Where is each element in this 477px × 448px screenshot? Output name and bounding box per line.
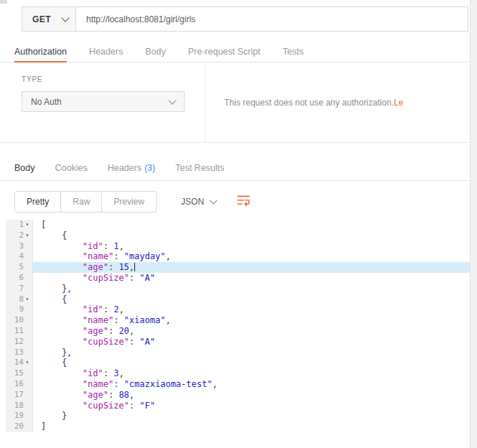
code-text: },	[33, 347, 470, 358]
code-line[interactable]: 9 "id": 2,	[6, 304, 470, 315]
code-text: ]	[33, 421, 470, 432]
code-text: "name": "cmazxiaoma-test",	[33, 379, 470, 390]
response-tabs: BodyCookiesHeaders(3)Test Results	[0, 156, 470, 181]
vertical-scrollbar[interactable]	[470, 0, 477, 448]
code-line[interactable]: 13 },	[6, 347, 470, 358]
code-line[interactable]: 7 },	[6, 284, 470, 294]
code-line[interactable]: 11 "age": 20,	[6, 326, 470, 337]
view-mode-preview[interactable]: Preview	[101, 192, 156, 212]
code-line[interactable]: 4 "name": "mayday",	[6, 251, 470, 262]
code-line[interactable]: 16 "name": "cmazxiaoma-test",	[6, 379, 470, 390]
fold-toggle-icon[interactable]: ▾	[24, 230, 31, 241]
line-number: 13	[14, 347, 24, 358]
postman-window: GET http://localhost:8081/girl/girls Aut…	[0, 0, 477, 448]
corner-notch	[0, 0, 7, 4]
request-tab-headers[interactable]: Headers	[89, 41, 123, 62]
authorization-panel: TYPE No Auth This request does not use a…	[0, 62, 470, 143]
line-number: 20	[14, 421, 24, 432]
response-tab-test-results[interactable]: Test Results	[175, 163, 224, 173]
line-number: 17	[14, 390, 24, 401]
line-gutter: 19	[6, 411, 33, 421]
response-tab-label: Headers	[108, 163, 142, 173]
url-input[interactable]: http://localhost:8081/girl/girls	[75, 6, 468, 32]
request-tab-authorization[interactable]: Authorization	[14, 41, 67, 62]
fold-toggle-icon[interactable]: ▾	[24, 220, 31, 230]
auth-message: This request does not use any authorizat…	[224, 98, 394, 108]
line-gutter: 5	[6, 262, 33, 273]
view-mode-pretty[interactable]: Pretty	[15, 192, 60, 212]
code-text: "id": 1,	[33, 241, 470, 252]
line-number: 11	[14, 326, 24, 337]
request-tab-pre-request-script[interactable]: Pre-request Script	[188, 41, 261, 62]
text-cursor	[134, 263, 135, 271]
line-number: 10	[14, 315, 24, 326]
code-line[interactable]: 19 }	[6, 411, 470, 421]
fold-toggle-icon[interactable]: ▾	[24, 294, 31, 305]
auth-type-label: TYPE	[22, 75, 205, 83]
code-line[interactable]: 18 "cupSize": "F"	[6, 401, 470, 411]
code-line[interactable]: 20]	[6, 421, 470, 432]
request-tabs: AuthorizationHeadersBodyPre-request Scri…	[0, 41, 470, 62]
code-text: "id": 3,	[33, 368, 470, 379]
line-gutter: 17	[6, 390, 33, 401]
format-select[interactable]: JSON	[181, 197, 216, 207]
line-gutter: 12	[6, 337, 33, 347]
line-gutter: 11	[6, 326, 33, 337]
chevron-down-icon	[168, 96, 176, 104]
response-toolbar: PrettyRawPreview JSON	[14, 191, 251, 213]
request-tab-tests[interactable]: Tests	[282, 41, 303, 62]
code-line[interactable]: 14▾ {	[6, 358, 470, 368]
line-gutter: 18	[6, 401, 33, 411]
url-text: http://localhost:8081/girl/girls	[86, 14, 195, 24]
code-text: "name": "mayday",	[33, 251, 470, 262]
fold-toggle-icon[interactable]: ▾	[24, 358, 31, 368]
chevron-down-icon	[61, 14, 69, 22]
code-text: "age": 88,	[33, 390, 470, 401]
response-body-editor[interactable]: 1▾[2▾ {3 "id": 1,4 "name": "mayday",5 "a…	[6, 220, 470, 432]
code-text: "cupSize": "A"	[33, 337, 470, 347]
code-line[interactable]: 6 "cupSize": "A"	[6, 273, 470, 284]
headers-count-badge: (3)	[144, 163, 155, 173]
response-tab-cookies[interactable]: Cookies	[55, 163, 88, 173]
code-line[interactable]: 17 "age": 88,	[6, 390, 470, 401]
line-gutter: 3	[6, 241, 33, 252]
code-line[interactable]: 1▾[	[6, 220, 470, 230]
response-tab-headers[interactable]: Headers(3)	[108, 163, 156, 173]
wrap-text-icon	[236, 195, 251, 210]
line-gutter: 10	[6, 315, 33, 326]
view-mode-raw[interactable]: Raw	[60, 192, 101, 212]
line-number: 19	[14, 411, 24, 421]
code-line[interactable]: 8▾ {	[6, 294, 470, 305]
line-number: 8	[19, 294, 24, 305]
auth-type-select[interactable]: No Auth	[22, 91, 185, 112]
line-number: 5	[19, 262, 24, 273]
code-line[interactable]: 15 "id": 3,	[6, 368, 470, 379]
line-number: 1	[19, 220, 24, 230]
line-gutter: 15	[6, 368, 33, 379]
response-tab-label: Test Results	[175, 163, 224, 173]
line-number: 3	[19, 241, 24, 252]
line-gutter: 9	[6, 304, 33, 315]
line-gutter: 13	[6, 347, 33, 358]
code-line[interactable]: 12 "cupSize": "A"	[6, 337, 470, 347]
line-gutter: 8▾	[6, 294, 33, 305]
code-line[interactable]: 10 "name": "xiaoma",	[6, 315, 470, 326]
request-tab-body[interactable]: Body	[145, 41, 166, 62]
line-number: 15	[14, 368, 24, 379]
learn-more-link[interactable]: Le	[394, 98, 403, 108]
line-number: 2	[19, 230, 24, 241]
code-text: {	[33, 358, 470, 368]
code-text: "id": 2,	[33, 304, 470, 315]
code-line[interactable]: 2▾ {	[6, 230, 470, 241]
response-tab-label: Body	[14, 163, 35, 173]
response-tab-body[interactable]: Body	[14, 163, 35, 173]
code-line[interactable]: 3 "id": 1,	[6, 241, 470, 252]
wrap-text-button[interactable]	[236, 195, 251, 210]
code-text: "age": 20,	[33, 326, 470, 337]
code-line[interactable]: 5 "age": 15,	[6, 262, 470, 273]
method-select[interactable]: GET	[22, 6, 76, 32]
line-number: 18	[14, 401, 24, 411]
line-gutter: 6	[6, 273, 33, 284]
line-number: 16	[14, 379, 24, 390]
code-text: "name": "xiaoma",	[33, 315, 470, 326]
